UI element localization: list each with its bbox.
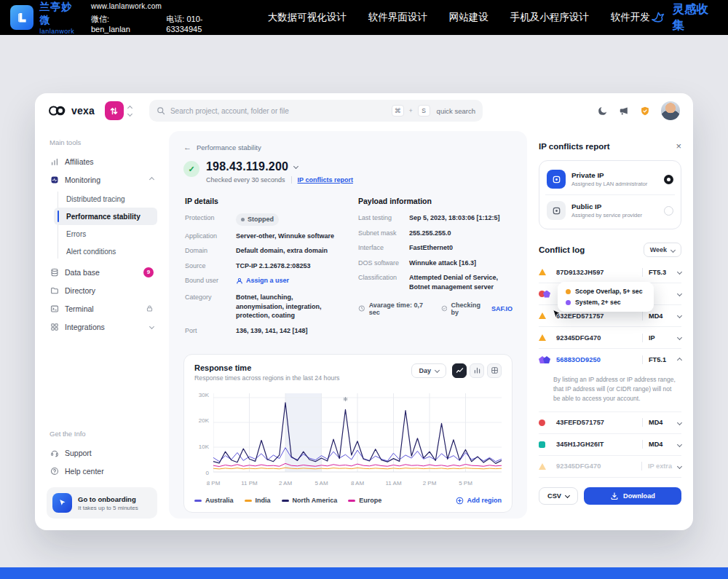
bar-chart-icon: [473, 366, 481, 374]
log-row[interactable]: 92345DFG470 IP: [539, 327, 681, 349]
promo-website: www.lanlanwork.com: [91, 2, 234, 10]
brand-name: vexa: [71, 105, 95, 117]
detail-row: ApplicationServer-other, Winnuke softwar…: [185, 232, 339, 241]
headset-icon: [50, 449, 59, 457]
sidebar-item-alert-conditions[interactable]: Alert conditions: [54, 243, 157, 260]
logo-title: 兰亭妙微: [39, 1, 81, 27]
lock-icon: [146, 304, 154, 312]
integrations-icon: [50, 323, 59, 331]
ip-conflicts-link[interactable]: IP conflicts report: [298, 176, 353, 184]
tooltip-row: System, 2+ sec: [566, 299, 646, 306]
dark-mode-toggle[interactable]: [598, 106, 608, 116]
promo-nav-mobile[interactable]: 手机及小程序设计: [510, 11, 589, 24]
onboarding-card[interactable]: Go to onboarding It takes up to 5 minute…: [47, 487, 157, 519]
help-icon: [50, 467, 59, 476]
chart-range-select[interactable]: Day: [411, 363, 446, 378]
csv-export-select[interactable]: CSV: [539, 487, 578, 505]
cmd-key: ⌘: [392, 105, 404, 117]
sidebar-item-monitoring[interactable]: Monitoring: [47, 170, 157, 189]
panel-title: IP conflicts report: [539, 142, 610, 151]
sidebar-item-terminal[interactable]: Terminal: [47, 299, 157, 318]
security-status-button[interactable]: [640, 106, 650, 117]
assign-user-link[interactable]: Assign a user: [236, 276, 289, 285]
sidebar: Main tools Affiliates Monitoring Distrib…: [47, 131, 157, 519]
sidebar-item-distributed-tracing[interactable]: Distributed tracing: [54, 190, 157, 208]
legend-dash: [194, 500, 202, 502]
radio-selected[interactable]: [664, 175, 673, 184]
sidebar-item-data-base[interactable]: Data base 9: [47, 263, 157, 281]
public-ip-icon: [547, 201, 566, 220]
sidebar-section-main-tools: Main tools: [50, 138, 154, 146]
payload-title: Payload information: [358, 197, 513, 205]
app-logo[interactable]: vexa: [48, 105, 95, 117]
chart-plot-area[interactable]: 8 PM11 PM2 AM5 AM8 AM11 AM2 PM5 PM: [213, 390, 502, 489]
workspace-select-chevrons[interactable]: [128, 106, 132, 116]
chevron-down-icon: [677, 291, 682, 296]
workspace-switcher-button[interactable]: [105, 101, 124, 120]
detail-row: DomainDefault domain, extra domain: [185, 246, 339, 256]
log-row[interactable]: 345H1JGH26IT MD4: [539, 434, 681, 456]
average-time: Avarage time: 0,7 sec: [358, 302, 428, 316]
x-tick-label: 8 PM: [207, 480, 221, 487]
lanlanwork-logo[interactable]: 兰亭妙微 lanlanwork: [10, 1, 81, 35]
chart-type-bar-button[interactable]: [470, 363, 484, 378]
search-input[interactable]: [170, 107, 387, 115]
log-row[interactable]: 43FEFD571757 MD4: [539, 412, 681, 434]
bar-chart-icon: [50, 157, 59, 166]
download-button[interactable]: Download: [584, 487, 681, 505]
log-row-muted[interactable]: 92345DFG470 IP extra: [539, 456, 681, 478]
breadcrumb[interactable]: ← Performance stability: [183, 143, 513, 151]
chart-type-table-button[interactable]: [487, 363, 502, 378]
user-avatar[interactable]: [661, 101, 680, 120]
promo-nav-website[interactable]: 网站建设: [449, 11, 488, 24]
sidebar-item-support[interactable]: Support: [47, 444, 157, 462]
global-search[interactable]: ⌘ + S quick search: [149, 100, 483, 122]
chart-type-line-button[interactable]: [452, 363, 467, 378]
inspiration-collect-button[interactable]: 灵感收集: [650, 1, 718, 34]
log-row-expanded[interactable]: 56883OD9250 FT5.1: [539, 349, 681, 371]
legend-dash: [348, 500, 355, 502]
saf-io-link[interactable]: SAF.IO: [491, 305, 513, 312]
plus-circle-icon: [456, 497, 464, 505]
monitoring-icon: [50, 176, 59, 184]
sidebar-item-integrations[interactable]: Integrations: [47, 318, 157, 336]
onboarding-title: Go to onboarding: [78, 495, 138, 503]
scope-overlap-dot: [566, 289, 571, 294]
log-range-select[interactable]: Week: [644, 243, 681, 257]
sidebar-item-affiliates[interactable]: Affiliates: [47, 152, 157, 170]
sidebar-item-performance-stability[interactable]: Performance stability: [54, 208, 157, 225]
ip-address: 198.43.119.200: [206, 160, 288, 173]
announcements-button[interactable]: [619, 106, 629, 116]
ip-dropdown-chevron[interactable]: [293, 163, 298, 168]
add-region-button[interactable]: Add region: [456, 497, 502, 505]
chevron-down-icon: [670, 247, 676, 252]
system-pentagon-icon: [543, 356, 550, 363]
promo-nav-dev[interactable]: 软件开发: [611, 11, 650, 24]
logo-subtitle: lanlanwork: [39, 28, 81, 35]
sidebar-item-label: Terminal: [65, 304, 94, 313]
close-icon[interactable]: ×: [676, 141, 681, 151]
detail-row: SourceTCP-IP 2.1.2678.2:08253: [185, 261, 339, 271]
back-arrow-icon[interactable]: ←: [183, 143, 191, 151]
chevron-down-icon: [677, 313, 682, 318]
checked-interval: Checked every 30 seconds: [206, 176, 285, 184]
sidebar-item-help-center[interactable]: Help center: [47, 462, 157, 480]
option-private-ip[interactable]: Private IP Assigned by LAN administrator: [542, 164, 678, 194]
chevron-down-icon: [677, 335, 682, 340]
radio-unselected[interactable]: [664, 206, 673, 216]
sidebar-item-label: Help center: [65, 467, 104, 476]
log-row[interactable]: 87D9132JH597 FT5.3: [539, 261, 681, 283]
swap-arrows-icon: [109, 106, 119, 116]
detail-row: Port136, 139, 141, 142 [148]: [185, 326, 339, 336]
chevron-down-icon: [677, 441, 682, 446]
promo-nav-software-ui[interactable]: 软件界面设计: [368, 11, 427, 24]
payload-section: Payload information Last testingSep 5, 2…: [358, 197, 513, 342]
sidebar-item-directory[interactable]: Directory: [47, 281, 157, 299]
ip-header: ✓ 198.43.119.200 Checked every 30 second…: [183, 160, 513, 184]
conflict-log-title: Conflict log: [539, 245, 585, 254]
log-row-description: By listing an IP address or IP address r…: [539, 371, 681, 412]
sidebar-item-errors[interactable]: Errors: [54, 225, 157, 243]
option-public-ip[interactable]: Public IP Assigned by service provider: [542, 195, 678, 226]
promo-nav-bigdata[interactable]: 大数据可视化设计: [268, 11, 347, 24]
x-tick-label: 2 PM: [423, 480, 437, 487]
